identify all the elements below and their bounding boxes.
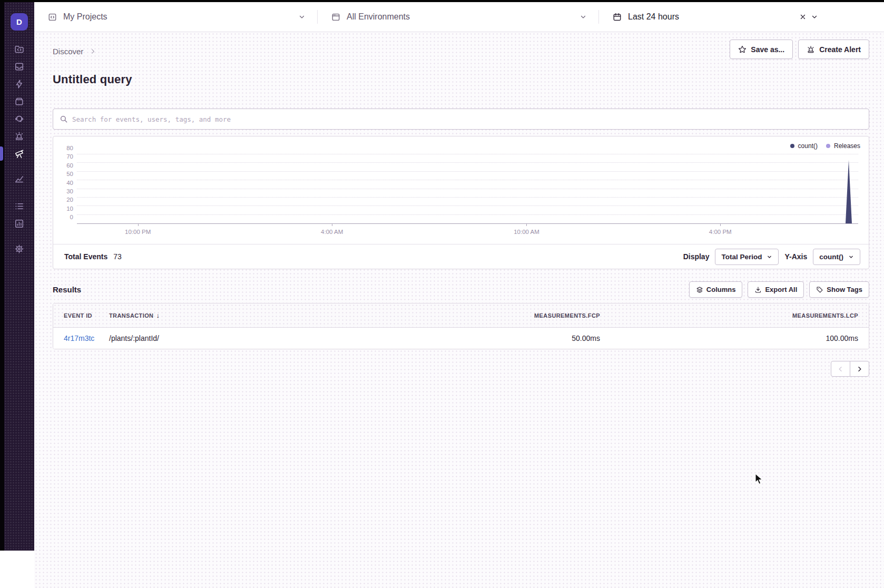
display-select-value: Total Period [721,253,762,261]
projects-icon [48,13,57,22]
pagination [53,361,869,377]
create-alert-button[interactable]: Create Alert [798,40,869,59]
environment-icon [331,13,340,22]
chevron-down-icon [767,254,772,260]
breadcrumb-discover[interactable]: Discover [53,47,83,56]
sidebar-item-releases[interactable] [14,96,25,106]
save-as-button[interactable]: Save as... [730,40,793,59]
export-all-label: Export All [765,286,797,293]
download-icon [754,286,762,293]
search-input[interactable] [72,115,862,123]
count-series-dot [790,144,794,148]
chart-footer-controls: Display Total Period Y-Axis count() [683,249,860,265]
events-chart-panel: count() Releases 0102030405060708010:00 … [53,136,869,269]
legend-count-label: count() [798,142,818,150]
results-header: Results Columns Export All [53,281,869,298]
chart-footer: Total Events 73 Display Total Period Y-A… [53,244,869,269]
clear-date-icon[interactable] [799,13,807,21]
app-window: D [0,0,884,588]
date-range-selector[interactable]: Last 24 hours [599,2,884,32]
chevron-down-icon[interactable] [811,13,818,21]
project-selector[interactable]: My Projects [34,2,317,32]
display-select[interactable]: Total Period [715,249,779,265]
page-title: Untitled query [53,73,869,86]
previous-page-button[interactable] [831,361,850,377]
dashboards-icon [14,174,24,184]
cell-event-id: 4r17m3tc [64,334,109,342]
legend-releases-label: Releases [834,142,860,150]
show-tags-label: Show Tags [827,286,862,293]
org-avatar[interactable]: D [11,13,28,31]
sidebar: D [0,2,34,551]
event-id-link[interactable]: 4r17m3tc [64,334,94,342]
releases-icon [14,96,24,106]
search-bar[interactable] [53,109,869,130]
user-feedback-icon [14,114,24,124]
settings-icon [14,244,24,254]
export-all-button[interactable]: Export All [748,281,804,298]
chart-legend: count() Releases [790,142,860,150]
chevron-right-icon [90,48,96,55]
issues-icon [14,62,24,72]
page-filter-bar: My Projects All Environments [34,2,884,32]
chart-plot-area: 0102030405060708010:00 PM4:00 AM10:00 AM… [77,155,858,224]
window-top-edge [0,0,884,2]
date-range-label: Last 24 hours [628,12,679,22]
alerts-icon [14,131,24,141]
sidebar-item-discover[interactable] [14,149,25,158]
sidebar-item-issues[interactable] [14,62,25,71]
layers-icon [696,286,703,293]
search-icon [60,115,68,123]
results-actions: Columns Export All Show Tags [689,281,869,298]
header-actions: Save as... Create Alert [730,40,869,59]
tag-icon [816,286,823,293]
projects-icon [14,44,24,54]
environment-selector[interactable]: All Environments [318,2,598,32]
total-events-label: Total Events [64,252,107,261]
create-alert-label: Create Alert [819,45,861,54]
legend-item-releases[interactable]: Releases [826,142,860,150]
project-selector-label: My Projects [63,12,107,22]
chevron-down-icon [848,254,854,260]
sort-descending-icon: ↓ [156,311,160,319]
sidebar-item-performance[interactable] [14,79,25,89]
col-header-measurements-fcp[interactable]: MEASUREMENTS.FCP [495,312,600,319]
results-table: EVENT ID TRANSACTION ↓ MEASUREMENTS.FCP … [53,303,869,349]
performance-icon [14,79,24,89]
cell-measurements-lcp: 100.00ms [600,334,858,342]
chevron-down-icon [579,13,587,21]
cell-measurements-fcp: 50.00ms [495,334,600,342]
breadcrumb: Discover [53,47,96,56]
sidebar-item-projects[interactable] [14,44,25,54]
events-chart: count() Releases 0102030405060708010:00 … [53,136,869,244]
environment-selector-label: All Environments [347,12,410,22]
display-label: Display [683,252,710,261]
siren-icon [807,45,815,54]
main-area: My Projects All Environments [34,2,884,588]
sidebar-item-alerts[interactable] [14,131,25,141]
next-page-button[interactable] [850,361,869,377]
col-header-measurements-lcp[interactable]: MEASUREMENTS.LCP [600,312,858,319]
sidebar-item-settings[interactable] [14,244,25,253]
results-title: Results [53,285,81,294]
save-as-label: Save as... [751,45,784,54]
y-axis-select-value: count() [819,253,843,261]
total-events-value: 73 [113,252,122,261]
sidebar-item-activity[interactable] [14,201,25,211]
columns-button[interactable]: Columns [689,281,743,298]
calendar-icon [613,13,622,22]
releases-series-dot [826,144,830,148]
sidebar-item-stats[interactable] [14,219,25,228]
star-icon [738,45,747,54]
sidebar-active-indicator [0,146,3,161]
page-header: Discover Save as... [53,32,869,59]
show-tags-button[interactable]: Show Tags [809,281,869,298]
sidebar-item-dashboards[interactable] [14,174,25,183]
y-axis-select[interactable]: count() [813,249,860,265]
discover-icon [14,149,24,159]
col-header-event-id[interactable]: EVENT ID [64,312,109,319]
legend-item-count[interactable]: count() [790,142,818,150]
sidebar-item-user-feedback[interactable] [14,114,25,123]
col-header-transaction[interactable]: TRANSACTION ↓ [109,311,495,319]
y-axis-label: Y-Axis [784,252,807,261]
